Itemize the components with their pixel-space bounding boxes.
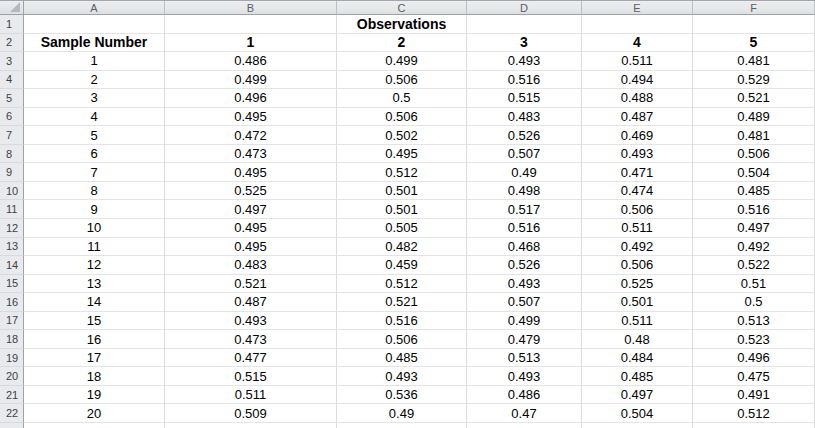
cell-A15[interactable]: 13 — [24, 275, 165, 294]
cell-A3[interactable]: 1 — [24, 52, 165, 71]
cell-C16[interactable]: 0.521 — [337, 293, 467, 312]
cell-F2[interactable]: 5 — [693, 34, 815, 53]
cell-E1[interactable] — [582, 15, 693, 34]
cell-E4[interactable]: 0.494 — [582, 71, 693, 90]
cell-F9[interactable]: 0.504 — [693, 163, 815, 182]
cell-E5[interactable]: 0.488 — [582, 89, 693, 108]
cell-A14[interactable]: 12 — [24, 256, 165, 275]
cell-F11[interactable]: 0.516 — [693, 200, 815, 219]
cell-C14[interactable]: 0.459 — [337, 256, 467, 275]
cell-E7[interactable]: 0.469 — [582, 126, 693, 145]
cell-F5[interactable]: 0.521 — [693, 89, 815, 108]
cell-D15[interactable]: 0.493 — [467, 275, 582, 294]
cell-D18[interactable]: 0.479 — [467, 330, 582, 349]
cell-D10[interactable]: 0.498 — [467, 182, 582, 201]
cell-E23-partial[interactable] — [582, 423, 693, 428]
cell-D11[interactable]: 0.517 — [467, 200, 582, 219]
cell-B9[interactable]: 0.495 — [165, 163, 337, 182]
cell-A5[interactable]: 3 — [24, 89, 165, 108]
cell-E22[interactable]: 0.504 — [582, 404, 693, 423]
cell-F7[interactable]: 0.481 — [693, 126, 815, 145]
cell-A13[interactable]: 11 — [24, 238, 165, 257]
row-header-16[interactable]: 16 — [0, 293, 24, 312]
cell-A17[interactable]: 15 — [24, 312, 165, 331]
cell-B20[interactable]: 0.515 — [165, 367, 337, 386]
cell-A9[interactable]: 7 — [24, 163, 165, 182]
cell-F6[interactable]: 0.489 — [693, 108, 815, 127]
cell-B8[interactable]: 0.473 — [165, 145, 337, 164]
column-header-D[interactable]: D — [467, 1, 582, 15]
cell-F8[interactable]: 0.506 — [693, 145, 815, 164]
cell-E16[interactable]: 0.501 — [582, 293, 693, 312]
cell-D3[interactable]: 0.493 — [467, 52, 582, 71]
cell-C10[interactable]: 0.501 — [337, 182, 467, 201]
cell-F23-partial[interactable] — [693, 423, 815, 428]
cell-B1[interactable] — [165, 15, 337, 34]
cell-E17[interactable]: 0.511 — [582, 312, 693, 331]
row-header-14[interactable]: 14 — [0, 256, 24, 275]
cell-A20[interactable]: 18 — [24, 367, 165, 386]
cell-D16[interactable]: 0.507 — [467, 293, 582, 312]
cell-B21[interactable]: 0.511 — [165, 386, 337, 405]
cell-C22[interactable]: 0.49 — [337, 404, 467, 423]
cell-D12[interactable]: 0.516 — [467, 219, 582, 238]
row-header-1[interactable]: 1 — [0, 15, 24, 34]
cell-E8[interactable]: 0.493 — [582, 145, 693, 164]
cell-C2[interactable]: 2 — [337, 34, 467, 53]
cell-E10[interactable]: 0.474 — [582, 182, 693, 201]
row-header-12[interactable]: 12 — [0, 219, 24, 238]
cell-B19[interactable]: 0.477 — [165, 349, 337, 368]
cell-D19[interactable]: 0.513 — [467, 349, 582, 368]
cell-A2[interactable]: Sample Number — [24, 34, 165, 53]
cell-C20[interactable]: 0.493 — [337, 367, 467, 386]
cell-D2[interactable]: 3 — [467, 34, 582, 53]
row-header-6[interactable]: 6 — [0, 108, 24, 127]
cell-E20[interactable]: 0.485 — [582, 367, 693, 386]
cell-D14[interactable]: 0.526 — [467, 256, 582, 275]
cell-E12[interactable]: 0.511 — [582, 219, 693, 238]
cell-A6[interactable]: 4 — [24, 108, 165, 127]
column-header-F[interactable]: F — [693, 1, 815, 15]
cell-B23-partial[interactable] — [165, 423, 337, 428]
cell-B7[interactable]: 0.472 — [165, 126, 337, 145]
cell-B6[interactable]: 0.495 — [165, 108, 337, 127]
cell-E2[interactable]: 4 — [582, 34, 693, 53]
cell-D8[interactable]: 0.507 — [467, 145, 582, 164]
cell-B15[interactable]: 0.521 — [165, 275, 337, 294]
cell-F17[interactable]: 0.513 — [693, 312, 815, 331]
column-header-B[interactable]: B — [165, 1, 337, 15]
row-header-5[interactable]: 5 — [0, 89, 24, 108]
cell-B14[interactable]: 0.483 — [165, 256, 337, 275]
cell-F16[interactable]: 0.5 — [693, 293, 815, 312]
cell-A16[interactable]: 14 — [24, 293, 165, 312]
row-header-21[interactable]: 21 — [0, 386, 24, 405]
row-header-8[interactable]: 8 — [0, 145, 24, 164]
cell-B17[interactable]: 0.493 — [165, 312, 337, 331]
cell-D4[interactable]: 0.516 — [467, 71, 582, 90]
cell-D6[interactable]: 0.483 — [467, 108, 582, 127]
cell-E11[interactable]: 0.506 — [582, 200, 693, 219]
cell-C23-partial[interactable] — [337, 423, 467, 428]
row-header-3[interactable]: 3 — [0, 52, 24, 71]
cell-B22[interactable]: 0.509 — [165, 404, 337, 423]
cell-C3[interactable]: 0.499 — [337, 52, 467, 71]
cell-F14[interactable]: 0.522 — [693, 256, 815, 275]
row-header-20[interactable]: 20 — [0, 367, 24, 386]
cell-F15[interactable]: 0.51 — [693, 275, 815, 294]
cell-A22[interactable]: 20 — [24, 404, 165, 423]
cell-E18[interactable]: 0.48 — [582, 330, 693, 349]
cell-F13[interactable]: 0.492 — [693, 238, 815, 257]
cell-B2[interactable]: 1 — [165, 34, 337, 53]
row-header-23-partial[interactable] — [0, 423, 24, 428]
cell-C4[interactable]: 0.506 — [337, 71, 467, 90]
cell-A11[interactable]: 9 — [24, 200, 165, 219]
row-header-9[interactable]: 9 — [0, 163, 24, 182]
cell-C11[interactable]: 0.501 — [337, 200, 467, 219]
cell-F10[interactable]: 0.485 — [693, 182, 815, 201]
cell-E6[interactable]: 0.487 — [582, 108, 693, 127]
cell-B13[interactable]: 0.495 — [165, 238, 337, 257]
cell-C12[interactable]: 0.505 — [337, 219, 467, 238]
cell-C13[interactable]: 0.482 — [337, 238, 467, 257]
cell-B10[interactable]: 0.525 — [165, 182, 337, 201]
cell-D1[interactable] — [467, 15, 582, 34]
